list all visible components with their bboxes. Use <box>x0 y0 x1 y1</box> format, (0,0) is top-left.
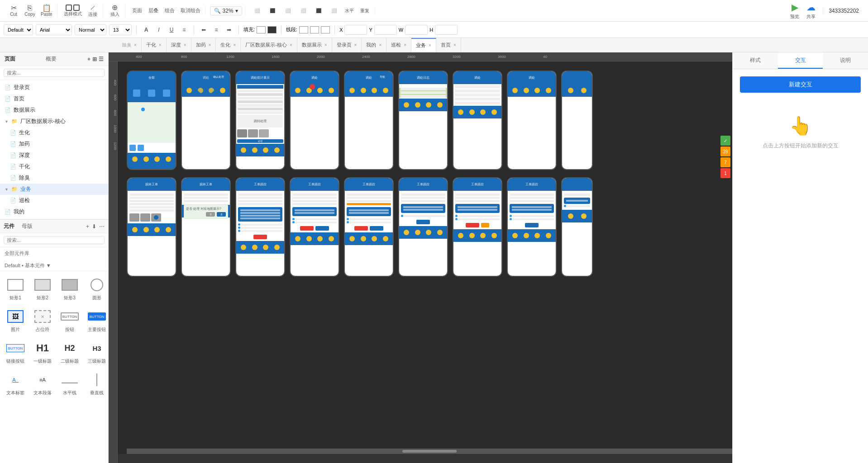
h-input[interactable] <box>435 25 458 35</box>
import-comp-icon[interactable]: ⬇ <box>92 223 96 230</box>
add-page-icon[interactable]: + <box>87 56 91 62</box>
paste-button[interactable]: 📋 Paste <box>39 4 54 18</box>
tree-item-addmed[interactable]: 📄 加药 <box>0 138 108 150</box>
comp-image[interactable]: 🖼 图片 <box>4 307 27 335</box>
grid-view-icon[interactable]: ⊞ <box>92 56 97 62</box>
list-view-icon[interactable]: ☰ <box>99 56 104 62</box>
stroke-style-box[interactable] <box>321 26 330 33</box>
comp-h2[interactable]: H2 二级标题 <box>58 338 81 366</box>
w5-bluebtn[interactable] <box>370 226 383 231</box>
tab-close-icon7[interactable]: × <box>324 43 327 47</box>
align-right-btn[interactable]: ⬜ <box>281 7 295 14</box>
select-mode-button[interactable]: 选择模式 <box>62 4 84 18</box>
tree-item-deodor[interactable]: 📄 除臭 <box>0 172 108 184</box>
comp-rect3[interactable]: 矩形3 <box>58 275 81 303</box>
tab-remove[interactable]: 除臭 × <box>118 38 142 52</box>
comp-circle[interactable]: 圆形 <box>85 275 108 303</box>
more-comp-icon[interactable]: ⋯ <box>99 223 105 230</box>
tab-dry[interactable]: 干化 × <box>142 38 167 52</box>
interaction-tab[interactable]: 交互 <box>778 52 823 69</box>
tree-item-dry[interactable]: 📄 干化 <box>0 161 108 172</box>
tab-patrol[interactable]: 巡检 × <box>386 38 411 52</box>
distribute-h-btn[interactable]: 水平 <box>342 7 357 15</box>
description-tab[interactable]: 说明 <box>823 52 868 69</box>
tree-item-home[interactable]: 📄 首页 <box>0 93 108 104</box>
italic-btn[interactable]: I <box>154 25 164 35</box>
tree-item-login[interactable]: 📄 登录页 <box>0 82 108 93</box>
style-tab[interactable]: 样式 <box>733 52 778 69</box>
tab-close-icon5[interactable]: × <box>233 43 236 47</box>
tab-close-icon3[interactable]: × <box>184 43 186 47</box>
comp-rect1[interactable]: 矩形1 <box>4 275 27 303</box>
fill-color-box[interactable] <box>257 26 266 33</box>
cancel-btn[interactable]: 否 <box>206 212 215 217</box>
comp-text-para[interactable]: ≡A 文本段落 <box>31 370 54 398</box>
style-select[interactable]: Default <box>4 24 33 35</box>
tab-biochem[interactable]: 生化 × <box>216 38 241 52</box>
comp-text-label[interactable]: A_ 文本标签 <box>4 370 27 398</box>
w7-orangebtn[interactable] <box>481 223 489 227</box>
fill-color-box2[interactable] <box>267 26 277 33</box>
tree-item-biochem[interactable]: 📄 生化 <box>0 127 108 138</box>
connect-button[interactable]: ⟋ 连接 <box>86 3 100 19</box>
cut-button[interactable]: ✂ Cut <box>6 4 21 18</box>
tree-item-depth[interactable]: 📄 深度 <box>0 150 108 161</box>
comp-h-line[interactable]: 水平线 <box>58 370 81 398</box>
layer-btn[interactable]: 层叠 <box>146 6 161 15</box>
w5-redbtn[interactable] <box>354 226 368 231</box>
w-input[interactable] <box>405 25 428 35</box>
align-bottom-btn[interactable]: ⬜ <box>327 7 341 14</box>
align-left-text-btn[interactable]: ⬅ <box>199 25 209 35</box>
list-btn[interactable]: ≡ <box>179 25 189 35</box>
tab-close-icon12[interactable]: × <box>453 43 456 47</box>
font-select[interactable]: Arial <box>36 24 72 35</box>
tab-login[interactable]: 登录页 × <box>332 38 362 52</box>
comp-v-line[interactable]: 垂直线 <box>85 370 108 398</box>
confirm-btn[interactable]: 是 <box>217 212 226 217</box>
w8-bluebtn[interactable] <box>525 223 539 227</box>
align-right-text-btn[interactable]: ➡ <box>224 25 234 35</box>
tree-item-factory[interactable]: ▼ 📁 厂区数据展示-核心 <box>0 116 108 127</box>
tree-item-patrol[interactable]: 📄 巡检 <box>0 195 108 206</box>
tree-item-data[interactable]: 📄 数据展示 <box>0 104 108 116</box>
comp-h3[interactable]: H3 三级标题 <box>85 338 108 366</box>
tab-close-icon9[interactable]: × <box>379 43 382 47</box>
tab-close-icon6[interactable]: × <box>290 43 292 47</box>
preview-button[interactable]: ▶ 预览 <box>790 2 799 20</box>
map-btn2[interactable]: 导航 <box>376 74 389 80</box>
underline-btn[interactable]: U <box>167 25 176 35</box>
tab-close-icon2[interactable]: × <box>159 43 162 47</box>
canvas-content[interactable]: 全部 <box>118 61 732 454</box>
stroke-color-box[interactable] <box>299 26 308 33</box>
y-input[interactable] <box>374 25 397 35</box>
tab-addmedicine[interactable]: 加药 × <box>191 38 216 52</box>
share-button[interactable]: ☁ 共享 <box>806 2 816 20</box>
tab-close-icon10[interactable]: × <box>404 43 406 47</box>
action-btn[interactable]: 处理 <box>237 139 283 143</box>
tab-depth[interactable]: 深度 × <box>167 38 191 52</box>
tab-business[interactable]: 业务 × <box>411 38 436 52</box>
tab-close-icon[interactable]: × <box>134 43 137 47</box>
font-size-select[interactable]: 13 <box>109 24 132 35</box>
tree-item-mine[interactable]: 📄 我的 <box>0 206 108 217</box>
stroke-width-box[interactable] <box>310 26 319 33</box>
tree-item-business[interactable]: ▼ 📁 业务 <box>0 184 108 195</box>
comp-rect2[interactable]: 矩形2 <box>31 275 54 303</box>
insert-button[interactable]: ⊕ 插入 <box>108 3 122 19</box>
style-normal-select[interactable]: Normal <box>75 24 106 35</box>
align-center-text-btn[interactable]: ≡ <box>211 25 221 35</box>
comp-h1[interactable]: H1 一级标题 <box>31 338 54 366</box>
align-middle-btn[interactable]: ⬛ <box>311 7 326 14</box>
align-left-btn[interactable]: ⬜ <box>250 7 264 14</box>
comp-link-btn[interactable]: BUTTON 链接按钮 <box>4 338 27 366</box>
zoom-control[interactable]: 🔍 32% ▾ <box>210 6 242 15</box>
canvas-scrollbar[interactable] <box>127 449 732 454</box>
tab-mine[interactable]: 我的 × <box>362 38 386 52</box>
ungroup-btn[interactable]: 取消组合 <box>179 6 202 15</box>
tab-close-icon8[interactable]: × <box>354 43 357 47</box>
add-comp-icon[interactable]: + <box>86 223 89 230</box>
page-search-input[interactable] <box>4 69 105 77</box>
group-btn[interactable]: 组合 <box>162 6 177 15</box>
comp-primary-btn[interactable]: BUTTON 主要按钮 <box>85 307 108 335</box>
x-input[interactable] <box>344 25 367 35</box>
